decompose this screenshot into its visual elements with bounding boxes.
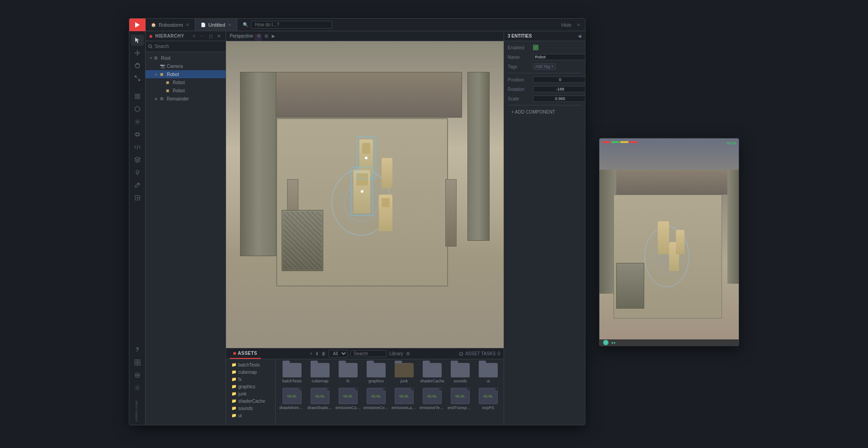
tree-item-robot3[interactable]: ◼ Robot (146, 86, 226, 95)
assets-filter-select[interactable]: All (329, 350, 348, 357)
folder-icon: 📁 (231, 391, 236, 396)
viewport-settings-btn[interactable]: ⚙ (257, 33, 261, 38)
enabled-checkbox[interactable]: ✓ (533, 45, 538, 50)
assets-tab[interactable]: ASSETS (230, 348, 261, 359)
svg-line-9 (137, 77, 138, 79)
sidebar-item-layers[interactable] (131, 154, 144, 165)
folder-ui[interactable]: 📁 ui (226, 412, 275, 419)
tab-untitled[interactable]: 📄 Untitled ✕ (195, 19, 237, 31)
assets-add-btn[interactable]: + (310, 351, 312, 356)
folder-graphics[interactable]: 📁 graphics (226, 383, 275, 390)
asset-batchTests[interactable]: batchTests (279, 363, 305, 383)
assets-sidebar: 📁 batchTests 📁 cubemap 📁 fx (226, 359, 276, 425)
folder-icon: 📁 (231, 384, 236, 389)
folder-fx[interactable]: 📁 fx (226, 376, 275, 383)
scale-x-input[interactable] (533, 95, 585, 102)
asset-emissiveCaptu[interactable]: GLSL emissiveCaptu... (335, 388, 361, 410)
asset-shaderCache[interactable]: shaderCache (420, 363, 445, 383)
svg-rect-10 (135, 94, 137, 96)
asset-ui[interactable]: ui (476, 363, 501, 383)
tree-item-camera[interactable]: 📷 Camera (146, 62, 226, 70)
sidebar-item-light[interactable] (131, 167, 144, 178)
add-tag-button[interactable]: Add Tag + (533, 63, 556, 70)
svg-point-15 (136, 133, 139, 136)
asset-junk[interactable]: junk (392, 363, 417, 383)
preview-status-text: ●● (611, 341, 616, 345)
asset-cubemap[interactable]: cubemap (307, 363, 333, 383)
top-bar-search-input[interactable] (251, 21, 332, 29)
props-collapse-btn[interactable]: ◀ (578, 33, 581, 38)
folder-sounds[interactable]: 📁 sounds (226, 405, 275, 412)
hud-bar-3 (620, 141, 628, 143)
move-handle-1[interactable] (365, 157, 368, 159)
prop-enabled: Enabled ✓ (508, 44, 581, 51)
asset-emissiveConst[interactable]: GLSL emissiveConst... (363, 388, 389, 410)
tags-label: Tags (508, 64, 531, 69)
hide-button[interactable]: Hide (559, 21, 573, 29)
folder-batchTests[interactable]: 📁 batchTests (226, 361, 275, 368)
folder-shaderCache[interactable]: 📁 shaderCache (226, 397, 275, 405)
asset-endTransparen[interactable]: GLSL endTransparen... (448, 388, 473, 410)
assets-library-btn[interactable]: Library (389, 351, 403, 356)
asset-emissiveTex[interactable]: GLSL emissiveTexEx... (420, 388, 445, 410)
prop-rotation: Rotation (508, 86, 581, 93)
position-x-input[interactable] (533, 76, 585, 83)
sidebar-item-help[interactable]: ? (131, 344, 144, 355)
assets-delete-btn[interactable]: 🗑 (321, 351, 326, 356)
sidebar-item-config[interactable] (131, 382, 144, 393)
enabled-label: Enabled (508, 45, 531, 50)
viewport-play-btn[interactable]: ▶ (272, 33, 275, 38)
folder-icon: 📁 (231, 406, 236, 410)
tree-item-remainder[interactable]: ▶ ⊞ Remainder (146, 95, 226, 103)
glsl-file-icon: GLSL (451, 388, 470, 404)
hierarchy-actions: + ⋯ ◻ ✕ (191, 33, 222, 39)
properties-header: 3 ENTITIES ◀ (504, 31, 585, 41)
sidebar-item-export[interactable] (131, 192, 144, 203)
sidebar-item-select[interactable] (131, 35, 144, 46)
assets-import-btn[interactable]: ⬇ (315, 351, 319, 356)
rotation-x-input[interactable] (533, 86, 585, 92)
perspective-label: Perspective (230, 33, 253, 38)
folder-cubemap[interactable]: 📁 cubemap (226, 368, 275, 376)
hierarchy-close-btn[interactable]: ✕ (216, 33, 222, 39)
sidebar-item-script[interactable] (131, 142, 144, 153)
asset-graphics[interactable]: graphics (363, 363, 389, 383)
sidebar-item-rotate[interactable] (131, 60, 144, 71)
sidebar-item-assets[interactable] (131, 104, 144, 114)
sidebar-item-view[interactable] (131, 129, 144, 140)
sidebar-item-edit[interactable] (131, 180, 144, 191)
hierarchy-collapse-btn[interactable]: ◻ (208, 33, 214, 39)
move-handle-2[interactable] (361, 190, 363, 193)
tree-item-robot2[interactable]: ◼ Robot (146, 78, 226, 86)
rotation-inputs (533, 86, 585, 92)
asset-drawMinimapC[interactable]: GLSL drawMinimapC... (279, 388, 305, 410)
svg-rect-23 (135, 360, 137, 362)
svg-line-19 (139, 171, 139, 171)
sidebar-item-grid[interactable] (131, 357, 144, 368)
sidebar-item-move[interactable] (131, 48, 144, 58)
hierarchy-more-btn[interactable]: ⋯ (198, 33, 206, 39)
viewport-toolbar: Perspective ⚙ ⊞ ▶ (226, 31, 504, 41)
asset-expPS[interactable]: GLSL expPS (476, 388, 501, 410)
tab-robostorm[interactable]: 🏠 Robostorm ✕ (146, 19, 195, 31)
add-component-button[interactable]: + ADD COMPONENT (508, 108, 559, 116)
hierarchy-search-input[interactable] (155, 44, 223, 49)
robot-3[interactable] (379, 195, 393, 231)
tree-item-root[interactable]: ▼ ⊞ Root (146, 54, 226, 62)
sidebar-item-scale[interactable] (131, 73, 144, 84)
tree-item-robot1[interactable]: ▶ ◼ Robot (146, 70, 226, 78)
assets-search-input[interactable] (350, 350, 387, 357)
asset-fx[interactable]: fx (335, 363, 361, 383)
sidebar-item-settings[interactable] (131, 116, 144, 127)
asset-sounds[interactable]: sounds (448, 363, 473, 383)
robot-4[interactable] (382, 158, 393, 189)
name-input[interactable] (533, 54, 585, 60)
asset-emissiveLamp[interactable]: GLSL emissiveLamp... (392, 388, 417, 410)
asset-drawShadow[interactable]: GLSL drawShadowB... (307, 388, 333, 410)
sidebar-item-entities[interactable] (131, 91, 144, 102)
hierarchy-add-btn[interactable]: + (191, 33, 197, 39)
assets-settings-btn[interactable]: ⚙ (406, 351, 410, 356)
viewport-grid-btn[interactable]: ⊞ (264, 33, 268, 38)
folder-junk[interactable]: 📁 junk (226, 390, 275, 397)
sidebar-item-physics[interactable] (131, 370, 144, 381)
